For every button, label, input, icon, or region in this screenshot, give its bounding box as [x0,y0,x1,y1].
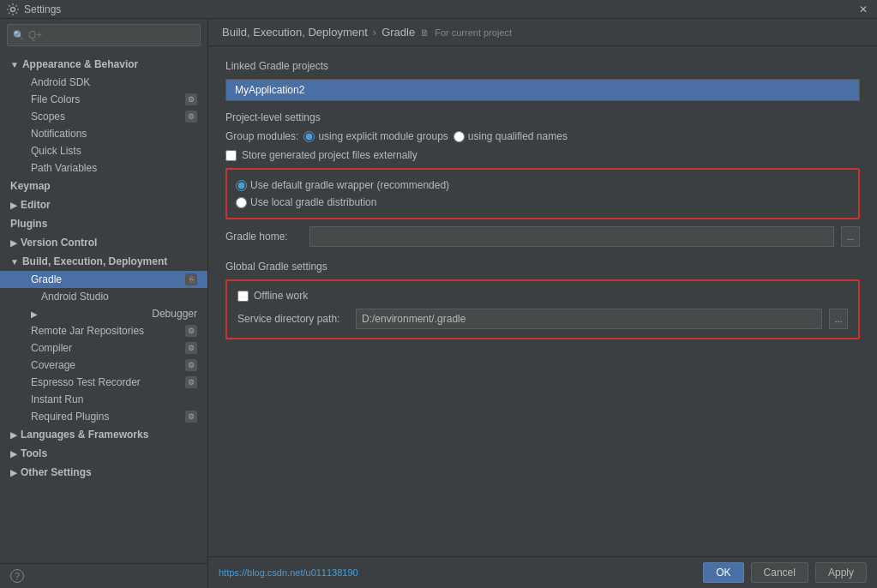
sidebar-label: Android SDK [31,76,90,88]
gradle-home-browse-button[interactable]: ... [841,226,860,247]
radio-local-dist-row: Use local gradle distribution [236,194,850,211]
project-icon: 🗎 [420,27,429,38]
settings-icon-small: ⚙ [185,325,197,337]
radio-explicit[interactable] [303,131,315,142]
settings-icon-small: ⚙ [185,411,197,423]
sidebar-label: Required Plugins [31,411,109,423]
settings-icon-small: ⚙ [185,342,197,354]
sidebar-item-coverage[interactable]: Coverage ⚙ [0,357,207,374]
sidebar-label: File Colors [31,93,80,105]
sidebar-item-espresso[interactable]: Espresso Test Recorder ⚙ [0,374,207,391]
settings-icon-small: ⚙ [185,376,197,388]
sidebar-label: Plugins [10,218,47,230]
radio-explicit-label[interactable]: using explicit module groups [303,130,448,142]
linked-projects-list: MyApplication2 [225,79,860,101]
sidebar-label: Gradle [31,273,62,285]
radio-qualified-label[interactable]: using qualified names [454,130,568,142]
sidebar-item-compiler[interactable]: Compiler ⚙ [0,339,207,357]
settings-icon-small: ⚙ [185,111,197,123]
arrow-icon: ▶ [10,468,17,477]
help-label: ? [15,571,20,581]
sidebar-label: Tools [21,447,47,459]
gradle-home-label: Gradle home: [225,231,303,243]
sidebar-label: Notifications [31,128,87,140]
radio-local-dist[interactable] [236,197,247,208]
sidebar-item-tools[interactable]: ▶ Tools [0,444,207,463]
content-area: Build, Execution, Deployment › Gradle 🗎 … [208,19,877,588]
sidebar-item-gradle[interactable]: Gradle ⎘ [0,271,207,288]
sidebar-item-required-plugins[interactable]: Required Plugins ⚙ [0,408,207,425]
offline-work-label: Offline work [254,290,308,302]
settings-content: Linked Gradle projects MyApplication2 Pr… [208,46,877,556]
settings-icon-small: ⚙ [185,359,197,371]
radio-default-wrapper[interactable] [236,180,247,191]
website-text: https://blog.csdn.net/u011138190 [219,567,696,578]
sidebar-item-plugins[interactable]: Plugins [0,214,207,233]
global-gradle-label: Global Gradle settings [225,261,860,273]
sidebar-label: Path Variables [31,162,97,174]
store-generated-checkbox[interactable] [225,150,237,161]
gradle-home-input[interactable] [309,226,834,247]
radio-local-dist-label[interactable]: Use local gradle distribution [236,196,376,208]
radio-default-wrapper-label[interactable]: Use default gradle wrapper (recommended) [236,179,449,191]
arrow-icon: ▶ [10,430,17,440]
sidebar-item-instant-run[interactable]: Instant Run [0,391,207,408]
sidebar-item-version-control[interactable]: ▶ Version Control [0,233,207,252]
sidebar-item-editor[interactable]: ▶ Editor [0,195,207,214]
service-dir-input[interactable] [356,309,822,329]
cancel-button[interactable]: Cancel [751,562,808,583]
help-button[interactable]: ? [10,569,24,583]
service-dir-row: Service directory path: ... [237,309,848,329]
sidebar-item-quick-lists[interactable]: Quick Lists [0,142,207,159]
radio-default-wrapper-text: Use default gradle wrapper (recommended) [250,179,449,191]
sidebar-item-scopes[interactable]: Scopes ⚙ [0,108,207,125]
sidebar-label: Editor [21,199,51,211]
sidebar-item-build-exec-deploy[interactable]: ▼ Build, Execution, Deployment [0,252,207,271]
sidebar-label: Version Control [21,237,97,249]
sidebar-label: Coverage [31,359,75,371]
offline-work-checkbox[interactable] [237,291,249,302]
sidebar-item-languages-frameworks[interactable]: ▶ Languages & Frameworks [0,425,207,444]
sidebar-item-path-variables[interactable]: Path Variables [0,159,207,177]
apply-button[interactable]: Apply [815,562,867,583]
radio-qualified[interactable] [454,131,465,142]
sidebar-label: Scopes [31,111,65,123]
sidebar-item-other-settings[interactable]: ▶ Other Settings [0,463,207,482]
radio-qualified-text: using qualified names [468,130,568,142]
sidebar-label: Keymap [10,180,51,192]
ok-button[interactable]: OK [703,562,743,583]
search-input[interactable] [28,29,195,41]
main-container: 🔍 ▼ Appearance & Behavior Android SDK Fi… [0,19,877,588]
group-modules-row: Group modules: using explicit module gro… [225,130,860,142]
search-box[interactable]: 🔍 [7,24,201,46]
service-dir-browse-button[interactable]: ... [829,309,848,329]
sidebar-item-file-colors[interactable]: File Colors ⚙ [0,91,207,108]
sidebar-label: Android Studio [41,291,109,303]
linked-project-item[interactable]: MyApplication2 [226,80,859,100]
sidebar-label: Build, Execution, Deployment [22,255,167,267]
sidebar-label: Remote Jar Repositories [31,325,144,337]
breadcrumb-part2: Gradle [381,26,415,39]
breadcrumb-project-text: For current project [435,27,512,38]
settings-icon [7,3,19,15]
sidebar-item-debugger[interactable]: ▶ Debugger [0,305,207,322]
sidebar-label: Debugger [152,308,197,320]
sidebar-nav: ▼ Appearance & Behavior Android SDK File… [0,51,207,563]
breadcrumb-separator: › [373,26,376,39]
sidebar-item-keymap[interactable]: Keymap [0,177,207,195]
arrow-icon: ▶ [10,201,17,210]
arrow-icon: ▶ [10,449,17,459]
sidebar-label: Compiler [31,342,72,354]
radio-explicit-text: using explicit module groups [318,130,448,142]
linked-projects-label: Linked Gradle projects [225,60,860,72]
sidebar-item-android-studio[interactable]: Android Studio [0,288,207,305]
project-level-label: Project-level settings [225,111,860,123]
sidebar-item-remote-jar-repos[interactable]: Remote Jar Repositories ⚙ [0,322,207,339]
offline-work-row: Offline work [237,290,848,302]
sidebar-item-notifications[interactable]: Notifications [0,125,207,142]
close-button[interactable]: ✕ [856,3,870,15]
sidebar-item-android-sdk[interactable]: Android SDK [0,74,207,91]
arrow-icon: ▶ [31,309,38,319]
radio-wrapper-row: Use default gradle wrapper (recommended) [236,177,850,194]
sidebar-item-appearance-behavior[interactable]: ▼ Appearance & Behavior [0,55,207,74]
